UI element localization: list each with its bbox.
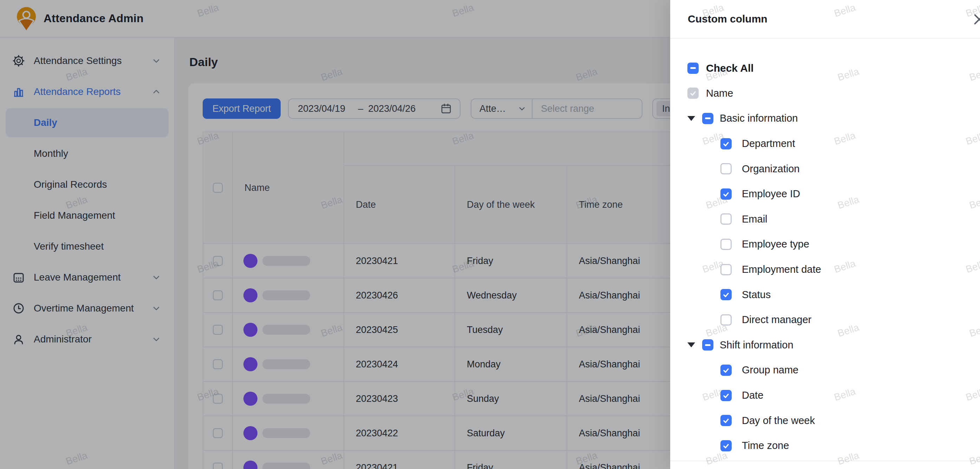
column-label: Basic information bbox=[720, 113, 798, 124]
column-label: Group name bbox=[742, 364, 799, 376]
column-label: Direct manager bbox=[742, 314, 811, 325]
column-checkbox[interactable] bbox=[721, 365, 732, 376]
drawer-checkbox-item[interactable]: Basic information bbox=[687, 106, 980, 131]
check-icon bbox=[722, 367, 730, 374]
column-checkbox[interactable] bbox=[702, 339, 713, 351]
column-checkbox[interactable] bbox=[721, 440, 732, 451]
column-checkbox[interactable] bbox=[721, 239, 732, 250]
drawer-checkbox-item[interactable]: Email bbox=[687, 207, 980, 232]
column-checkbox[interactable] bbox=[721, 415, 732, 426]
drawer-checkbox-item[interactable]: Department bbox=[687, 131, 980, 156]
check-icon bbox=[722, 191, 730, 198]
column-checkbox[interactable] bbox=[721, 138, 732, 150]
column-label: Status bbox=[742, 289, 771, 301]
drawer-checkbox-item[interactable]: Employee ID bbox=[687, 182, 980, 207]
attendance-admin-app: BellaBellaBellaBellaBellaBellaBellaBella… bbox=[0, 0, 980, 469]
column-checkbox[interactable] bbox=[721, 163, 732, 174]
indeterminate-minus-icon bbox=[690, 67, 696, 69]
column-label: Day of the week bbox=[742, 415, 815, 426]
indeterminate-minus-icon bbox=[705, 117, 711, 119]
column-label: Time zone bbox=[742, 440, 789, 451]
drawer-checkbox-item[interactable]: Organization bbox=[687, 156, 980, 182]
column-checkbox[interactable] bbox=[687, 88, 698, 99]
drawer-checkbox-item[interactable]: Date bbox=[687, 383, 980, 408]
column-label: Check All bbox=[706, 62, 754, 74]
drawer-checkbox-item[interactable]: Check All bbox=[687, 56, 980, 81]
column-label: Date bbox=[742, 389, 763, 401]
caret-down-icon[interactable] bbox=[687, 116, 695, 121]
drawer-checkbox-item[interactable]: Employee type bbox=[687, 232, 980, 257]
drawer-title: Custom column bbox=[688, 13, 767, 25]
check-icon bbox=[722, 392, 730, 399]
drawer-checkbox-item[interactable]: Day of the week bbox=[687, 408, 980, 433]
drawer-checkbox-item[interactable]: Time zone bbox=[687, 433, 980, 458]
column-label: Employment date bbox=[742, 264, 821, 275]
column-label: Shift information bbox=[720, 339, 794, 351]
column-label: Employee type bbox=[742, 238, 809, 250]
column-label: Email bbox=[742, 214, 767, 225]
drawer-checkbox-item[interactable]: Group name bbox=[687, 357, 980, 383]
column-label: Department bbox=[742, 138, 795, 150]
check-icon bbox=[722, 442, 730, 449]
custom-column-drawer: BellaBellaBellaBellaBellaBellaBellaBella… bbox=[670, 0, 980, 469]
drawer-checkbox-item[interactable]: Direct manager bbox=[687, 307, 980, 333]
column-checkbox[interactable] bbox=[721, 390, 732, 401]
indeterminate-minus-icon bbox=[705, 344, 711, 346]
column-checkbox[interactable] bbox=[721, 214, 732, 225]
drawer-header: Custom column bbox=[670, 0, 980, 39]
drawer-body: Check All Name Basic information Departm… bbox=[670, 39, 980, 461]
column-label: Employee ID bbox=[742, 188, 800, 200]
drawer-checkbox-item[interactable]: Employment date bbox=[687, 257, 980, 282]
column-checkbox[interactable] bbox=[721, 289, 732, 300]
column-label: Name bbox=[706, 88, 733, 99]
check-icon bbox=[722, 140, 730, 147]
column-checkbox[interactable] bbox=[721, 314, 732, 325]
check-icon bbox=[722, 417, 730, 424]
check-icon bbox=[689, 90, 697, 97]
drawer-footer-divider bbox=[670, 461, 980, 461]
close-icon[interactable] bbox=[973, 13, 980, 25]
column-checkbox[interactable] bbox=[721, 264, 732, 275]
column-checkbox[interactable] bbox=[687, 62, 698, 74]
drawer-checkbox-item[interactable]: Status bbox=[687, 282, 980, 307]
caret-down-icon[interactable] bbox=[687, 343, 695, 347]
column-checkbox[interactable] bbox=[702, 113, 713, 124]
column-label: Organization bbox=[742, 163, 799, 175]
check-icon bbox=[722, 291, 730, 298]
drawer-checkbox-item[interactable]: Shift information bbox=[687, 333, 980, 358]
column-checkbox[interactable] bbox=[721, 188, 732, 200]
drawer-checkbox-item[interactable]: Name bbox=[687, 81, 980, 106]
